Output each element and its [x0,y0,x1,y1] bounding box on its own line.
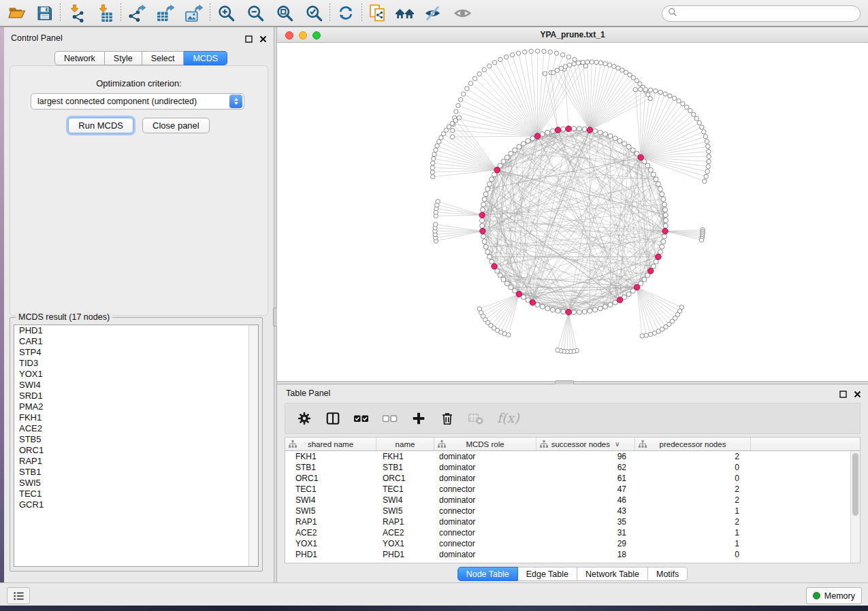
zoom-selected-icon[interactable] [302,2,325,24]
mcds-node-item[interactable]: SRD1 [14,391,258,401]
mcds-node-item[interactable]: PHD1 [14,325,258,336]
run-mcds-button[interactable]: Run MCDS [68,118,133,133]
import-table-icon[interactable] [93,2,116,24]
mcds-node-item[interactable]: TID3 [14,358,258,369]
mcds-node-item[interactable]: SWI5 [14,478,258,489]
float-panel-icon[interactable] [245,33,253,46]
tab-select[interactable]: Select [142,51,184,65]
select-all-checkboxes-icon[interactable] [352,408,371,429]
column-header-successor-nodes[interactable]: successor nodes∨ [536,437,635,450]
dropdown-stepper-icon [229,95,242,108]
table-row[interactable]: YOX1YOX1connector291 [285,538,850,549]
zoom-in-icon[interactable] [214,2,238,24]
table-cell: connector [434,528,536,538]
table-cell: ACE2 [376,528,434,538]
mcds-node-item[interactable]: RAP1 [14,456,258,467]
hide-selected-icon[interactable] [421,2,444,24]
close-panel-button[interactable]: Close panel [142,118,210,133]
network-graph-canvas[interactable] [277,43,868,381]
mcds-node-item[interactable]: GCR1 [14,499,258,510]
table-row[interactable]: FKH1FKH1dominator962 [285,451,850,462]
first-neighbors-icon[interactable] [393,2,417,24]
mcds-node-item[interactable]: ACE2 [14,423,258,434]
export-image-icon[interactable] [182,2,206,24]
import-network-icon[interactable] [65,2,88,24]
table-row[interactable]: SWI5SWI5connector431 [285,506,850,516]
mcds-result-list[interactable]: PHD1CAR1STP4TID3YOX1SWI4SRD1PMA2FKH1ACE2… [14,325,259,567]
delete-table-icon[interactable] [466,408,485,429]
close-panel-icon[interactable] [854,389,861,401]
delete-column-icon[interactable] [438,408,457,429]
search-field[interactable] [662,5,861,22]
zoom-out-icon[interactable] [244,2,267,24]
mcds-node-item[interactable]: FKH1 [14,412,258,423]
tab-edge-table[interactable]: Edge Table [518,567,577,581]
table-row[interactable]: PHD1PHD1dominator180 [285,549,850,560]
column-header-name[interactable]: name [376,437,434,450]
split-columns-icon[interactable] [323,408,342,429]
close-window-icon[interactable] [285,31,293,39]
table-row[interactable]: RAP1RAP1dominator352 [285,516,850,527]
mcds-node-item[interactable]: STB5 [14,434,258,445]
mcds-node-item[interactable]: PMA2 [14,401,258,412]
tab-mcds[interactable]: MCDS [184,51,227,65]
memory-button[interactable]: Memory [806,587,862,604]
function-builder-icon[interactable]: f(x) [495,408,522,429]
table-row[interactable]: TEC1TEC1connector472 [285,484,850,495]
minimize-window-icon[interactable] [299,31,307,39]
mcds-node-item[interactable]: CAR1 [14,336,258,347]
search-icon [668,7,677,20]
column-header-mcds-role[interactable]: MCDS role [434,437,536,450]
mcds-node-item[interactable]: TEC1 [14,489,258,499]
table-cell: SWI4 [285,495,376,505]
float-panel-icon[interactable] [839,389,847,401]
table-cell: FKH1 [376,452,434,461]
close-panel-icon[interactable] [259,33,267,46]
settings-gear-icon[interactable] [295,408,314,429]
network-window-titlebar[interactable]: YPA_prune.txt_1 [277,27,868,43]
mcds-node-item[interactable]: STB1 [14,467,258,478]
toolbar-separator [210,3,210,22]
add-column-icon[interactable] [409,408,428,429]
control-panel-tabs: Network Style Select MCDS [54,51,227,65]
table-row[interactable]: ACE2ACE2connector311 [285,527,850,538]
tab-network-table[interactable]: Network Table [577,567,648,581]
mcds-node-item[interactable]: YOX1 [14,369,258,380]
refresh-icon[interactable] [334,2,357,24]
table-row[interactable]: SWI4SWI4dominator462 [285,495,850,506]
duplicate-network-icon[interactable] [366,2,389,24]
save-icon[interactable] [33,2,56,24]
export-table-icon[interactable] [154,2,177,24]
deselect-all-checkboxes-icon[interactable] [381,408,400,429]
mcds-node-item[interactable]: SWI4 [14,380,258,391]
toolbar-separator [120,3,121,22]
tab-node-table[interactable]: Node Table [457,567,518,581]
criterion-dropdown[interactable]: largest connected component (undirected) [31,93,244,110]
table-cell: 1 [635,528,751,538]
tab-network[interactable]: Network [54,51,105,65]
table-cell: SWI5 [376,506,434,516]
zoom-fit-icon[interactable] [273,2,296,24]
show-hidden-icon[interactable] [451,2,474,24]
show-panels-list-button[interactable] [7,587,30,604]
open-folder-icon[interactable] [5,2,29,24]
mcds-node-item[interactable]: STP4 [14,347,258,358]
table-cell: 1 [635,539,751,548]
mcds-result-scrollbar[interactable] [248,325,258,566]
mcds-node-item[interactable]: ORC1 [14,445,258,456]
table-row[interactable]: STB1STB1dominator620 [285,462,850,473]
column-header-predecessor-nodes[interactable]: predecessor nodes [635,437,751,450]
table-scrollbar[interactable] [850,451,860,563]
table-cell: connector [434,506,536,516]
tab-style[interactable]: Style [105,51,142,65]
table-panel-title: Table Panel [286,389,330,398]
tab-motifs[interactable]: Motifs [648,567,688,581]
toolbar-separator [329,3,330,22]
column-header-shared-name[interactable]: shared name [285,437,376,450]
table-scrollbar-thumb[interactable] [852,453,858,516]
search-input[interactable] [677,8,860,19]
export-network-icon[interactable] [125,2,148,24]
svg-text:f(x): f(x) [497,410,520,425]
maximize-window-icon[interactable] [312,31,321,39]
table-row[interactable]: ORC1ORC1dominator610 [285,473,850,484]
